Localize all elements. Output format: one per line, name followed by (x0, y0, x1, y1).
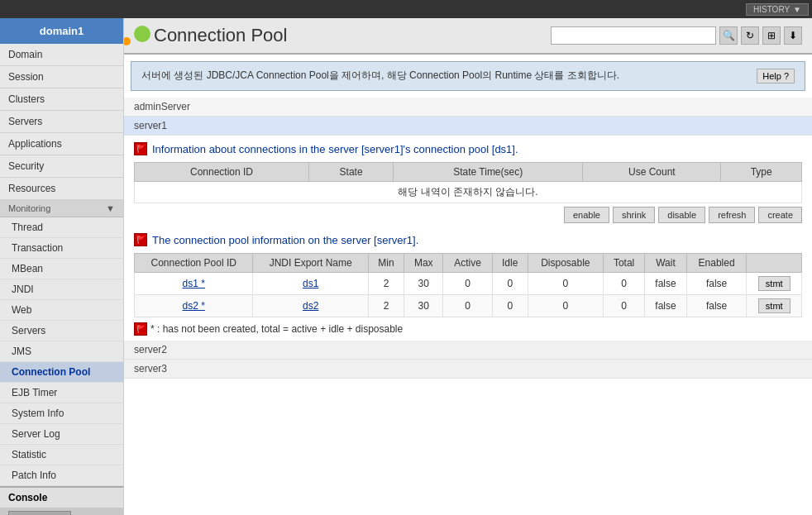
shrink-button[interactable]: shrink (613, 207, 655, 223)
sidebar-item-resources[interactable]: Resources (0, 178, 123, 200)
connections-table-wrap: Connection ID State State Time(sec) Use … (124, 162, 812, 203)
col-type: Type (721, 163, 802, 182)
export-icon-button[interactable]: ⬇ (784, 26, 802, 45)
server-row-server3[interactable]: server3 (124, 360, 812, 379)
stmt-button-ds2[interactable]: stmt (758, 298, 791, 313)
sidebar-sub-jndi[interactable]: JNDI (0, 279, 123, 300)
server-row-server2[interactable]: server2 (124, 341, 812, 360)
refresh-button[interactable]: refresh (709, 207, 755, 223)
selected-server-row[interactable]: server1 (124, 117, 812, 136)
pool-wait-ds2: false (645, 295, 686, 317)
sidebar-bottom: 시스템 상태 (0, 508, 123, 515)
pool-wait-ds1: false (645, 273, 686, 295)
system-status-button[interactable]: 시스템 상태 (8, 511, 71, 515)
pool-enabled-ds1: false (686, 273, 747, 295)
sidebar-sub-web[interactable]: Web (0, 300, 123, 321)
sidebar-sub-patch-info[interactable]: Patch Info (0, 465, 123, 486)
sidebar-sub-servers-mon[interactable]: Servers (0, 321, 123, 341)
col-use-count: Use Count (583, 163, 721, 182)
sidebar-item-servers[interactable]: Servers (0, 111, 123, 133)
disable-button[interactable]: disable (658, 207, 705, 223)
admin-server-row[interactable]: adminServer (124, 98, 812, 117)
pool-enabled-ds2: false (686, 295, 747, 317)
pool-min-ds2: 2 (368, 295, 404, 317)
pool-jndi-ds1[interactable]: ds1 (253, 273, 368, 295)
enable-button[interactable]: enable (564, 207, 609, 223)
col-active: Active (443, 254, 492, 273)
sidebar-item-domain[interactable]: Domain (0, 44, 123, 66)
pool-id-ds2[interactable]: ds2 * (135, 295, 253, 317)
pool-id-ds1[interactable]: ds1 * (135, 273, 253, 295)
pool-idle-ds2: 0 (492, 295, 528, 317)
sidebar-sub-transaction[interactable]: Transaction (0, 238, 123, 259)
pool-jndi-ds2[interactable]: ds2 (253, 295, 368, 317)
pool-idle-ds1: 0 (492, 273, 528, 295)
top-bar: HISTORY ▼ (0, 0, 812, 18)
pool-table-wrap: Connection Pool ID JNDI Export Name Min … (124, 253, 812, 317)
col-action (747, 254, 802, 273)
create-button[interactable]: create (758, 207, 802, 223)
col-wait: Wait (645, 254, 686, 273)
pool-table: Connection Pool ID JNDI Export Name Min … (134, 253, 802, 317)
col-disposable: Disposable (528, 254, 603, 273)
sidebar-sub-mbean[interactable]: MBean (0, 259, 123, 279)
col-idle: Idle (492, 254, 528, 273)
col-state: State (309, 163, 394, 182)
refresh-icon-button[interactable]: ↻ (741, 26, 759, 45)
help-button[interactable]: Help ? (757, 69, 795, 83)
info-text: 서버에 생성된 JDBC/JCA Connection Pool을 제어하며, … (141, 69, 619, 83)
status-circle-orange (124, 37, 131, 45)
pool-row-ds1: ds1 * ds1 2 30 0 0 0 0 false false stmt (135, 273, 802, 295)
flag-icon-note: 🚩 (134, 322, 147, 336)
pool-total-ds2: 0 (603, 295, 644, 317)
col-pool-id: Connection Pool ID (135, 254, 253, 273)
info-banner: 서버에 생성된 JDBC/JCA Connection Pool을 제어하며, … (131, 61, 805, 91)
pool-min-ds1: 2 (368, 273, 404, 295)
page-title: Connection Pool (154, 25, 287, 46)
section1-header: 🚩 Information about connections in the s… (124, 136, 812, 162)
chevron-down-icon: ▼ (793, 5, 801, 14)
sidebar-sub-connection-pool[interactable]: Connection Pool (0, 362, 123, 383)
pool-disposable-ds2: 0 (528, 295, 603, 317)
header-toolbar: 🔍 ↻ ⊞ ⬇ (551, 26, 802, 45)
col-max: Max (404, 254, 443, 273)
sidebar-monitoring-section[interactable]: Monitoring ▼ (0, 200, 123, 217)
empty-message: 해당 내역이 존재하지 않습니다. (135, 182, 802, 203)
sidebar-sub-statistic[interactable]: Statistic (0, 445, 123, 465)
sidebar-item-session[interactable]: Session (0, 66, 123, 88)
sidebar-sub-jms[interactable]: JMS (0, 341, 123, 362)
grid-icon-button[interactable]: ⊞ (762, 26, 781, 45)
section1-title: Information about connections in the ser… (152, 143, 518, 155)
stmt-button-ds1[interactable]: stmt (758, 276, 791, 291)
note-row: 🚩 * : has not been created, total = acti… (124, 317, 812, 341)
action-bar: enable shrink disable refresh create (124, 203, 812, 227)
col-connection-id: Connection ID (135, 163, 309, 182)
sidebar-sub-server-log[interactable]: Server Log (0, 424, 123, 445)
sidebar-sub-system-info[interactable]: System Info (0, 403, 123, 424)
sidebar-sub-ejb-timer[interactable]: EJB Timer (0, 383, 123, 403)
pool-active-ds1: 0 (443, 273, 492, 295)
sidebar-item-security[interactable]: Security (0, 155, 123, 178)
status-circle-green (134, 26, 150, 42)
sidebar-item-clusters[interactable]: Clusters (0, 88, 123, 111)
pool-row-ds2: ds2 * ds2 2 30 0 0 0 0 false false stmt (135, 295, 802, 317)
page-header: Connection Pool 🔍 ↻ ⊞ ⬇ (124, 18, 812, 55)
flag-icon-2: 🚩 (134, 233, 147, 246)
sidebar-domain-title[interactable]: domain1 (0, 18, 123, 44)
history-label: HISTORY (753, 5, 790, 14)
history-button[interactable]: HISTORY ▼ (746, 3, 809, 16)
console-label: Console (8, 492, 47, 503)
sidebar-item-applications[interactable]: Applications (0, 133, 123, 155)
pool-stmt-ds1: stmt (747, 273, 802, 295)
sidebar: domain1 Domain Session Clusters Servers … (0, 18, 124, 515)
col-enabled: Enabled (686, 254, 747, 273)
section2-header: 🚩 The connection pool information on the… (124, 227, 812, 253)
search-button[interactable]: 🔍 (719, 26, 738, 45)
main-content: Connection Pool 🔍 ↻ ⊞ ⬇ 서버에 생성된 JDBC/JCA… (124, 18, 812, 515)
pool-active-ds2: 0 (443, 295, 492, 317)
pool-disposable-ds1: 0 (528, 273, 603, 295)
chevron-icon: ▼ (106, 203, 115, 213)
col-jndi: JNDI Export Name (253, 254, 368, 273)
sidebar-sub-thread[interactable]: Thread (0, 217, 123, 238)
search-input[interactable] (551, 26, 716, 45)
